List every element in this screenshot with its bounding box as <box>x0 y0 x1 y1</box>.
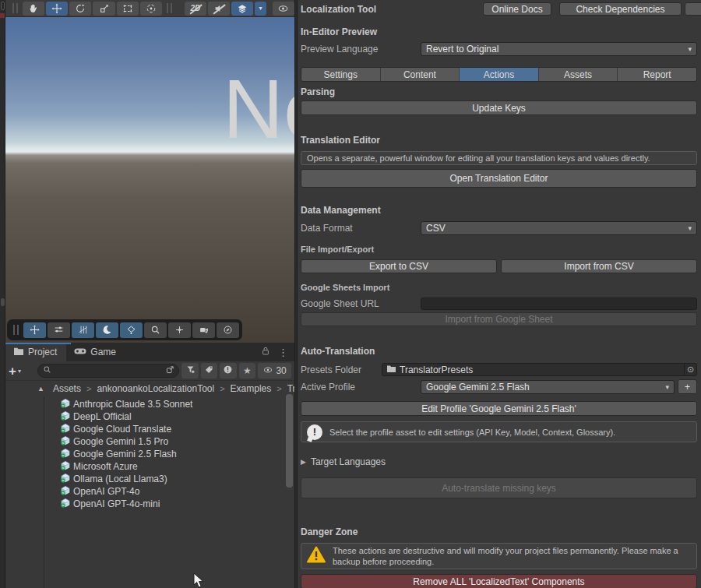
rotate-tool-button[interactable] <box>69 2 91 16</box>
translation-editor-helpbox: Opens a separate, powerful window for ed… <box>301 151 697 165</box>
tab-report[interactable]: Report <box>618 68 696 81</box>
rect-tool-button[interactable] <box>117 2 139 16</box>
effects-layers-icon <box>237 3 248 14</box>
tab-assets[interactable]: Assets <box>539 68 618 81</box>
foldout-arrow-icon: ▶ <box>301 458 306 466</box>
google-sheet-url-input[interactable] <box>421 298 697 310</box>
effects-dropdown-button[interactable]: ▾ <box>255 2 266 16</box>
2d-toggle-button[interactable]: 2D <box>185 2 206 16</box>
overlay-center-button[interactable] <box>168 322 191 338</box>
online-docs-button[interactable]: Online Docs <box>483 2 551 16</box>
list-item[interactable]: Anthropic Claude 3.5 Sonnet <box>45 398 290 410</box>
parsing-header: Parsing <box>301 86 697 97</box>
move-icon <box>51 3 62 14</box>
import-log-button[interactable] <box>220 363 236 379</box>
list-item[interactable]: Microsoft Azure <box>45 460 290 473</box>
effects-toggle-button[interactable] <box>231 2 253 16</box>
preview-language-dropdown[interactable]: Revert to Original ▾ <box>421 42 697 56</box>
scriptable-object-icon <box>60 410 71 424</box>
object-picker-icon[interactable]: ⊙ <box>684 364 696 375</box>
tag-icon <box>204 364 214 377</box>
lock-icon[interactable] <box>261 346 270 358</box>
breadcrumb-examples[interactable]: Examples <box>231 383 272 394</box>
check-dependencies-button[interactable]: Check Dependencies <box>559 2 682 16</box>
presets-folder-label: Presets Folder <box>301 364 382 375</box>
search-by-type-button[interactable] <box>181 363 198 379</box>
overlay-grid-button[interactable] <box>72 322 94 338</box>
profile-info-text: Select the profile asset to edit setting… <box>329 428 615 437</box>
hand-tool-button[interactable] <box>23 2 44 16</box>
overlay-camera-button[interactable] <box>192 322 215 338</box>
preview-language-value: Revert to Original <box>426 44 498 55</box>
export-csv-button[interactable]: Export to CSV <box>301 259 497 273</box>
overlay-settings-button[interactable] <box>48 322 70 338</box>
open-search-window-icon[interactable] <box>165 364 175 377</box>
clipped-header-button[interactable] <box>685 2 701 16</box>
list-item[interactable]: DeepL Official <box>45 410 290 423</box>
search-input[interactable] <box>55 366 165 375</box>
save-search-button[interactable]: ★ <box>239 363 255 379</box>
compass-icon <box>223 325 233 335</box>
toolbar-drag-handle[interactable] <box>12 3 18 13</box>
tab-actions[interactable]: Actions <box>460 68 539 81</box>
project-search-field[interactable] <box>37 364 179 378</box>
move-icon <box>30 325 40 335</box>
breadcrumb-tool[interactable]: ankonoankoLocalizationTool <box>97 383 214 394</box>
import-csv-button[interactable]: Import from CSV <box>501 259 697 273</box>
tab-settings[interactable]: Settings <box>301 68 381 81</box>
scene-visibility-button[interactable] <box>273 2 294 16</box>
search-icon <box>43 365 51 376</box>
audio-toggle-button[interactable] <box>208 2 230 16</box>
create-asset-button[interactable]: + ▾ <box>9 364 37 378</box>
collapse-icon[interactable]: ▲ <box>37 385 44 393</box>
tab-game[interactable]: Game <box>66 343 125 361</box>
overlay-search-button[interactable] <box>144 322 167 338</box>
hand-icon <box>28 3 39 14</box>
add-profile-button[interactable]: + <box>678 379 697 394</box>
scriptable-object-icon <box>60 473 71 486</box>
tab-content[interactable]: Content <box>381 68 460 81</box>
breadcrumb-assets[interactable]: Assets <box>53 383 81 394</box>
asset-label: OpenAI GPT-4o <box>73 486 139 497</box>
hidden-count-value: 30 <box>276 365 286 376</box>
overlay-shading-button[interactable] <box>96 322 118 338</box>
list-item[interactable]: OpenAI GPT-4o <box>45 485 290 498</box>
list-item[interactable]: OpenAI GPT-4o-mini <box>45 498 290 510</box>
list-item[interactable]: Google Cloud Translate <box>45 423 290 435</box>
tab-game-label: Game <box>90 347 116 357</box>
overlay-move-button[interactable] <box>23 322 46 338</box>
auto-translate-button[interactable]: Auto-translate missing keys <box>301 477 697 498</box>
overlay-drag-handle[interactable] <box>13 325 19 335</box>
breadcrumb-current[interactable]: Tr <box>287 383 294 394</box>
edit-profile-button[interactable]: Edit Profile 'Google Gemini 2.5 Flash' <box>301 401 697 416</box>
asset-label: OpenAI GPT-4o-mini <box>73 498 160 509</box>
import-google-sheet-button[interactable]: Import from Google Sheet <box>301 312 697 326</box>
overlay-compass-button[interactable] <box>217 322 239 338</box>
tab-project[interactable]: Project <box>5 343 66 361</box>
scene-view[interactable]: Ne <box>5 17 294 343</box>
open-translation-editor-button[interactable]: Open Translation Editor <box>301 169 697 188</box>
presets-folder-field[interactable]: TranslatorPresets ⊙ <box>382 363 697 376</box>
scale-tool-button[interactable] <box>93 2 114 16</box>
hidden-count-button[interactable]: 30 <box>258 363 291 379</box>
focused-tab-indicator <box>5 343 71 344</box>
remove-localizedtext-button[interactable]: Remove ALL 'LocalizedText' Components <box>301 574 697 588</box>
asset-label: Google Gemini 1.5 Pro <box>73 436 168 447</box>
transform-tool-button[interactable] <box>140 2 162 16</box>
overlay-gizmos-button[interactable] <box>120 322 143 338</box>
data-format-dropdown[interactable]: CSV ▾ <box>421 221 697 235</box>
toolbar-drag-handle-2[interactable] <box>167 3 172 13</box>
search-by-label-button[interactable] <box>201 363 217 379</box>
list-item[interactable]: Google Gemini 1.5 Pro <box>45 435 290 448</box>
target-languages-foldout[interactable]: ▶ Target Languages <box>301 456 697 467</box>
update-keys-button[interactable]: Update Keys <box>301 100 697 115</box>
active-profile-dropdown[interactable]: Google Gemini 2.5 Flash ▾ <box>421 380 675 394</box>
list-item[interactable]: Ollama (Local Llama3) <box>45 473 290 485</box>
rect-tool-icon <box>122 3 133 14</box>
scriptable-object-icon <box>60 423 71 436</box>
google-sheet-url-label: Google Sheet URL <box>301 298 421 309</box>
list-item[interactable]: Google Gemini 2.5 Flash <box>45 448 290 460</box>
data-management-header: Data Management <box>301 205 697 216</box>
move-tool-button[interactable] <box>46 2 68 16</box>
panel-menu-icon[interactable]: ⋮ <box>278 347 288 358</box>
